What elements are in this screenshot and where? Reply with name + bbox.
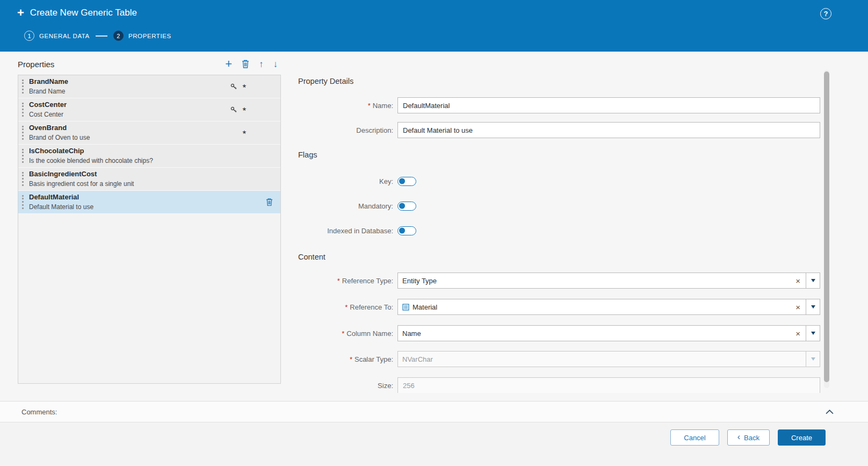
size-input: 256 xyxy=(397,377,820,393)
reference-type-label: * Reference Type: xyxy=(298,277,397,285)
trash-icon xyxy=(266,198,273,206)
step-1-circle: 1 xyxy=(24,31,34,41)
step-properties[interactable]: 2 PROPERTIES xyxy=(113,31,171,41)
column-name-combobox[interactable]: Name × xyxy=(397,325,806,341)
required-marker: * xyxy=(337,277,340,285)
comments-label: Comments: xyxy=(21,408,57,416)
indexed-label: Indexed in Database: xyxy=(298,227,397,235)
required-marker: * xyxy=(368,102,371,110)
property-row-basicingredientcost[interactable]: BasicIngredientCost Basis ingredient cos… xyxy=(18,168,280,191)
help-button[interactable]: ? xyxy=(820,8,831,19)
property-description: Is the cookie blended with chocolate chi… xyxy=(29,156,153,166)
required-icon: * xyxy=(242,127,246,139)
reference-type-dropdown-button[interactable] xyxy=(806,273,820,289)
step-2-circle: 2 xyxy=(113,31,124,41)
scalar-type-combobox: NVarChar xyxy=(397,351,806,367)
add-property-button[interactable]: + xyxy=(225,58,232,70)
move-up-button[interactable]: ↑ xyxy=(259,60,264,69)
property-name: IsChocolateChip xyxy=(29,146,153,156)
clear-icon[interactable]: × xyxy=(794,277,801,285)
property-description: Brand Name xyxy=(29,87,68,96)
footer: Cancel ‹ Back Create xyxy=(0,423,868,466)
property-name: CostCenter xyxy=(29,100,67,110)
reference-to-label: * Reference To: xyxy=(298,303,397,311)
clear-icon[interactable]: × xyxy=(794,303,801,311)
drag-handle-icon[interactable] xyxy=(22,195,24,209)
property-row-defaultmaterial[interactable]: DefaultMaterial Default Material to use xyxy=(18,191,280,214)
trash-icon xyxy=(242,60,249,68)
chevron-left-icon: ‹ xyxy=(737,433,740,442)
property-row-costcenter[interactable]: CostCenter Cost Center * xyxy=(18,98,280,121)
required-icon: * xyxy=(242,104,246,116)
wizard-steps: 1 GENERAL DATA 2 PROPERTIES xyxy=(24,31,171,41)
scrollbar-thumb[interactable] xyxy=(824,71,829,382)
vertical-scrollbar[interactable] xyxy=(824,70,829,388)
delete-property-button[interactable] xyxy=(242,60,249,68)
description-input[interactable]: Default Material to use xyxy=(397,122,820,138)
scalar-type-label: * Scalar Type: xyxy=(298,355,397,363)
property-description: Brand of Oven to use xyxy=(29,133,90,142)
toggle-knob xyxy=(399,178,405,184)
name-input[interactable]: DefaultMaterial xyxy=(397,97,820,113)
properties-toolbar: + ↑ ↓ xyxy=(225,58,281,70)
cancel-button[interactable]: Cancel xyxy=(670,429,719,446)
property-row-ischocolatechip[interactable]: IsChocolateChip Is the cookie blended wi… xyxy=(18,145,280,168)
chevron-down-icon xyxy=(811,357,815,361)
property-description: Cost Center xyxy=(29,110,67,119)
property-name: OvenBrand xyxy=(29,123,90,133)
drag-handle-icon[interactable] xyxy=(22,126,24,140)
plus-icon: + xyxy=(17,7,24,19)
back-button[interactable]: ‹ Back xyxy=(727,429,770,446)
drag-handle-icon[interactable] xyxy=(22,172,24,186)
key-label: Key: xyxy=(298,177,397,185)
size-label: Size: xyxy=(298,382,397,390)
column-name-label: * Column Name: xyxy=(298,329,397,338)
required-marker: * xyxy=(350,355,352,363)
property-description: Basis ingredient cost for a single unit xyxy=(29,180,134,189)
chevron-down-icon xyxy=(811,305,815,309)
key-toggle[interactable] xyxy=(397,177,416,186)
name-label: * Name: xyxy=(298,102,397,110)
move-down-button[interactable]: ↓ xyxy=(273,60,278,69)
key-icon xyxy=(230,106,237,113)
help-icon: ? xyxy=(824,10,828,18)
step-connector xyxy=(96,35,107,37)
delete-row-button[interactable] xyxy=(266,198,273,206)
reference-to-dropdown-button[interactable] xyxy=(806,299,820,315)
flags-title: Flags xyxy=(298,150,317,159)
description-label: Description: xyxy=(298,126,397,134)
property-row-ovenbrand[interactable]: OvenBrand Brand of Oven to use * xyxy=(18,121,280,145)
drag-handle-icon[interactable] xyxy=(22,103,24,117)
indexed-toggle[interactable] xyxy=(397,226,416,235)
dialog-header: + Create New Generic Table ? 1 GENERAL D… xyxy=(0,0,868,52)
mandatory-label: Mandatory: xyxy=(298,202,397,210)
property-name: BasicIngredientCost xyxy=(29,169,134,180)
chevron-down-icon xyxy=(811,279,815,282)
property-description: Default Material to use xyxy=(29,203,93,212)
dialog-title: Create New Generic Table xyxy=(30,8,137,18)
properties-list: BrandName Brand Name * CostCenter Cost C… xyxy=(18,75,281,384)
main-content: Properties + ↑ ↓ BrandName Brand Name xyxy=(0,52,868,393)
clear-icon[interactable]: × xyxy=(794,329,801,338)
reference-type-combobox[interactable]: Entity Type × xyxy=(397,273,806,289)
key-icon xyxy=(230,83,237,90)
collapse-comments-button[interactable] xyxy=(826,410,834,414)
step-general-data[interactable]: 1 GENERAL DATA xyxy=(24,31,90,41)
scalar-type-dropdown-button xyxy=(806,351,820,367)
property-details-title: Property Details xyxy=(298,77,353,85)
entity-icon xyxy=(402,304,409,311)
property-name: DefaultMaterial xyxy=(29,192,93,203)
property-row-brandname[interactable]: BrandName Brand Name * xyxy=(18,75,280,98)
create-button[interactable]: Create xyxy=(778,429,826,446)
chevron-up-icon xyxy=(826,410,834,414)
required-marker: * xyxy=(342,329,344,338)
step-1-label: GENERAL DATA xyxy=(39,33,90,39)
drag-handle-icon[interactable] xyxy=(22,80,24,94)
property-name: BrandName xyxy=(29,77,68,87)
drag-handle-icon[interactable] xyxy=(22,149,24,163)
chevron-down-icon xyxy=(811,332,815,335)
column-name-dropdown-button[interactable] xyxy=(806,325,820,341)
mandatory-toggle[interactable] xyxy=(397,202,416,211)
reference-to-combobox[interactable]: Material × xyxy=(397,299,806,315)
toggle-knob xyxy=(399,228,405,234)
